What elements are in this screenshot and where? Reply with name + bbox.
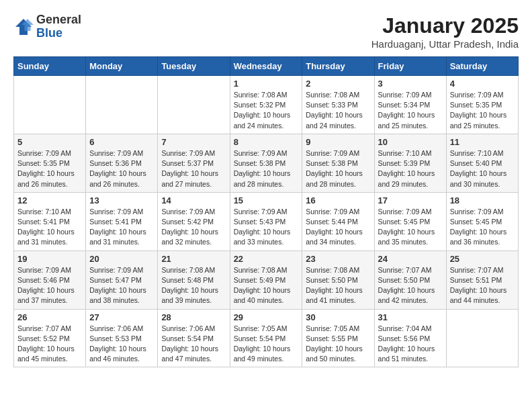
calendar-table: SundayMondayTuesdayWednesdayThursdayFrid… xyxy=(13,56,519,367)
day-number: 28 xyxy=(161,312,226,322)
calendar-cell: 21Sunrise: 7:08 AM Sunset: 5:48 PM Dayli… xyxy=(158,250,230,309)
day-number: 26 xyxy=(17,312,82,322)
logo: General Blue xyxy=(13,13,81,40)
day-info: Sunrise: 7:09 AM Sunset: 5:42 PM Dayligh… xyxy=(161,207,226,248)
day-info: Sunrise: 7:08 AM Sunset: 5:49 PM Dayligh… xyxy=(234,265,299,306)
day-info: Sunrise: 7:09 AM Sunset: 5:46 PM Dayligh… xyxy=(17,265,82,306)
calendar-cell: 28Sunrise: 7:06 AM Sunset: 5:54 PM Dayli… xyxy=(158,309,230,367)
day-info: Sunrise: 7:10 AM Sunset: 5:39 PM Dayligh… xyxy=(378,148,443,189)
day-number: 25 xyxy=(450,254,515,264)
day-number: 12 xyxy=(17,195,82,205)
calendar-cell xyxy=(14,76,86,134)
day-number: 24 xyxy=(378,254,443,264)
weekday-header-row: SundayMondayTuesdayWednesdayThursdayFrid… xyxy=(14,57,519,76)
calendar-cell: 1Sunrise: 7:08 AM Sunset: 5:32 PM Daylig… xyxy=(230,76,302,134)
day-number: 17 xyxy=(378,195,443,205)
calendar-cell: 16Sunrise: 7:09 AM Sunset: 5:44 PM Dayli… xyxy=(302,192,374,250)
logo-text: General Blue xyxy=(36,13,81,40)
calendar-cell: 8Sunrise: 7:09 AM Sunset: 5:38 PM Daylig… xyxy=(230,134,302,192)
weekday-header-wednesday: Wednesday xyxy=(230,57,302,76)
day-number: 20 xyxy=(89,254,154,264)
day-number: 10 xyxy=(378,137,443,147)
calendar-cell: 22Sunrise: 7:08 AM Sunset: 5:49 PM Dayli… xyxy=(230,250,302,309)
day-number: 11 xyxy=(450,137,515,147)
calendar-cell: 4Sunrise: 7:09 AM Sunset: 5:35 PM Daylig… xyxy=(446,76,518,134)
weekday-header-friday: Friday xyxy=(374,57,446,76)
day-number: 30 xyxy=(306,312,370,322)
day-number: 4 xyxy=(450,79,515,89)
day-info: Sunrise: 7:09 AM Sunset: 5:34 PM Dayligh… xyxy=(378,90,443,131)
day-number: 8 xyxy=(234,137,299,147)
calendar-cell: 12Sunrise: 7:10 AM Sunset: 5:41 PM Dayli… xyxy=(14,192,86,250)
calendar-cell: 10Sunrise: 7:10 AM Sunset: 5:39 PM Dayli… xyxy=(374,134,446,192)
weekday-header-monday: Monday xyxy=(86,57,158,76)
day-number: 29 xyxy=(234,312,299,322)
week-row-3: 12Sunrise: 7:10 AM Sunset: 5:41 PM Dayli… xyxy=(14,192,519,250)
day-info: Sunrise: 7:08 AM Sunset: 5:33 PM Dayligh… xyxy=(306,90,370,131)
day-info: Sunrise: 7:09 AM Sunset: 5:47 PM Dayligh… xyxy=(89,265,154,306)
calendar-cell: 2Sunrise: 7:08 AM Sunset: 5:33 PM Daylig… xyxy=(302,76,374,134)
week-row-1: 1Sunrise: 7:08 AM Sunset: 5:32 PM Daylig… xyxy=(14,76,519,134)
day-info: Sunrise: 7:10 AM Sunset: 5:41 PM Dayligh… xyxy=(17,207,82,248)
calendar-cell: 17Sunrise: 7:09 AM Sunset: 5:45 PM Dayli… xyxy=(374,192,446,250)
calendar-cell: 3Sunrise: 7:09 AM Sunset: 5:34 PM Daylig… xyxy=(374,76,446,134)
day-info: Sunrise: 7:06 AM Sunset: 5:54 PM Dayligh… xyxy=(161,324,226,365)
page-header: General Blue January 2025 Harduaganj, Ut… xyxy=(13,13,519,50)
month-title: January 2025 xyxy=(371,13,519,38)
day-info: Sunrise: 7:07 AM Sunset: 5:51 PM Dayligh… xyxy=(450,265,515,306)
day-info: Sunrise: 7:09 AM Sunset: 5:45 PM Dayligh… xyxy=(450,207,515,248)
calendar-cell xyxy=(158,76,230,134)
day-number: 18 xyxy=(450,195,515,205)
weekday-header-thursday: Thursday xyxy=(302,57,374,76)
calendar-cell: 23Sunrise: 7:08 AM Sunset: 5:50 PM Dayli… xyxy=(302,250,374,309)
day-info: Sunrise: 7:09 AM Sunset: 5:37 PM Dayligh… xyxy=(161,148,226,189)
calendar-cell: 14Sunrise: 7:09 AM Sunset: 5:42 PM Dayli… xyxy=(158,192,230,250)
calendar-cell: 30Sunrise: 7:05 AM Sunset: 5:55 PM Dayli… xyxy=(302,309,374,367)
day-info: Sunrise: 7:09 AM Sunset: 5:35 PM Dayligh… xyxy=(17,148,82,189)
day-info: Sunrise: 7:10 AM Sunset: 5:40 PM Dayligh… xyxy=(450,148,515,189)
week-row-5: 26Sunrise: 7:07 AM Sunset: 5:52 PM Dayli… xyxy=(14,309,519,367)
day-number: 7 xyxy=(161,137,226,147)
calendar-cell: 29Sunrise: 7:05 AM Sunset: 5:54 PM Dayli… xyxy=(230,309,302,367)
calendar-cell: 26Sunrise: 7:07 AM Sunset: 5:52 PM Dayli… xyxy=(14,309,86,367)
day-number: 27 xyxy=(89,312,154,322)
week-row-2: 5Sunrise: 7:09 AM Sunset: 5:35 PM Daylig… xyxy=(14,134,519,192)
day-info: Sunrise: 7:09 AM Sunset: 5:38 PM Dayligh… xyxy=(306,148,370,189)
day-info: Sunrise: 7:05 AM Sunset: 5:55 PM Dayligh… xyxy=(306,324,370,365)
day-number: 13 xyxy=(89,195,154,205)
day-info: Sunrise: 7:09 AM Sunset: 5:44 PM Dayligh… xyxy=(306,207,370,248)
day-info: Sunrise: 7:09 AM Sunset: 5:38 PM Dayligh… xyxy=(234,148,299,189)
weekday-header-sunday: Sunday xyxy=(14,57,86,76)
logo-blue: Blue xyxy=(36,27,81,40)
calendar-cell: 15Sunrise: 7:09 AM Sunset: 5:43 PM Dayli… xyxy=(230,192,302,250)
day-number: 19 xyxy=(17,254,82,264)
day-number: 22 xyxy=(234,254,299,264)
calendar-cell: 7Sunrise: 7:09 AM Sunset: 5:37 PM Daylig… xyxy=(158,134,230,192)
day-number: 9 xyxy=(306,137,370,147)
logo-icon xyxy=(13,17,34,37)
day-info: Sunrise: 7:07 AM Sunset: 5:52 PM Dayligh… xyxy=(17,324,82,365)
day-info: Sunrise: 7:09 AM Sunset: 5:35 PM Dayligh… xyxy=(450,90,515,131)
day-info: Sunrise: 7:04 AM Sunset: 5:56 PM Dayligh… xyxy=(378,324,443,365)
day-info: Sunrise: 7:07 AM Sunset: 5:50 PM Dayligh… xyxy=(378,265,443,306)
calendar-cell: 13Sunrise: 7:09 AM Sunset: 5:41 PM Dayli… xyxy=(86,192,158,250)
day-info: Sunrise: 7:08 AM Sunset: 5:50 PM Dayligh… xyxy=(306,265,370,306)
title-block: January 2025 Harduaganj, Uttar Pradesh, … xyxy=(371,13,519,50)
week-row-4: 19Sunrise: 7:09 AM Sunset: 5:46 PM Dayli… xyxy=(14,250,519,309)
day-number: 15 xyxy=(234,195,299,205)
calendar-cell: 24Sunrise: 7:07 AM Sunset: 5:50 PM Dayli… xyxy=(374,250,446,309)
location: Harduaganj, Uttar Pradesh, India xyxy=(371,38,519,50)
day-info: Sunrise: 7:08 AM Sunset: 5:48 PM Dayligh… xyxy=(161,265,226,306)
day-info: Sunrise: 7:09 AM Sunset: 5:45 PM Dayligh… xyxy=(378,207,443,248)
calendar-cell: 18Sunrise: 7:09 AM Sunset: 5:45 PM Dayli… xyxy=(446,192,518,250)
calendar-cell: 19Sunrise: 7:09 AM Sunset: 5:46 PM Dayli… xyxy=(14,250,86,309)
day-number: 16 xyxy=(306,195,370,205)
day-number: 5 xyxy=(17,137,82,147)
day-info: Sunrise: 7:09 AM Sunset: 5:43 PM Dayligh… xyxy=(234,207,299,248)
calendar-cell: 27Sunrise: 7:06 AM Sunset: 5:53 PM Dayli… xyxy=(86,309,158,367)
calendar-cell: 20Sunrise: 7:09 AM Sunset: 5:47 PM Dayli… xyxy=(86,250,158,309)
day-number: 14 xyxy=(161,195,226,205)
logo-general: General xyxy=(36,13,81,27)
day-info: Sunrise: 7:09 AM Sunset: 5:41 PM Dayligh… xyxy=(89,207,154,248)
day-number: 21 xyxy=(161,254,226,264)
